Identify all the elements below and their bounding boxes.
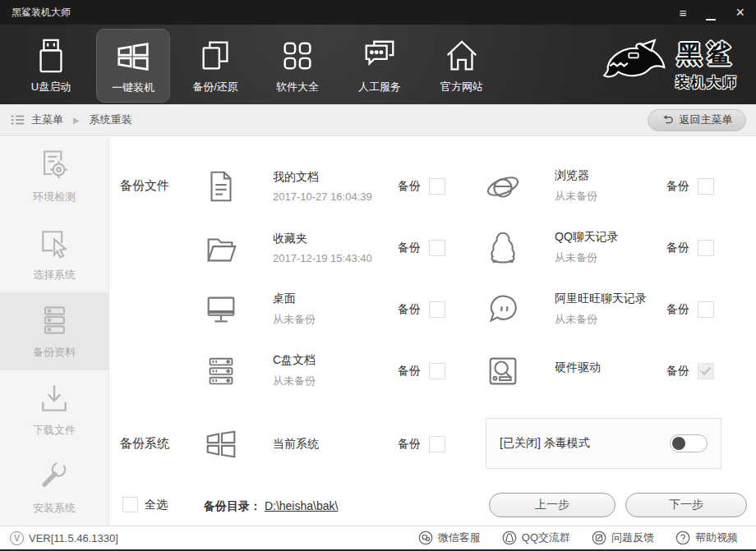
step-sidebar: 环境检测 选择系统 备份资料 下载文件 bbox=[0, 137, 109, 526]
select-system-icon bbox=[36, 225, 72, 261]
footer-link-feedback[interactable]: 问题反馈 bbox=[592, 530, 654, 545]
shark-logo-icon bbox=[598, 38, 669, 92]
backup-checkbox-aliwangwang-chat[interactable] bbox=[698, 301, 714, 318]
backup-checkbox-current-system[interactable] bbox=[429, 436, 445, 452]
nav-label: 备份/还原 bbox=[192, 80, 238, 94]
item-last-backup-time: 2017-12-19 15:43:40 bbox=[273, 252, 398, 264]
backup-checkbox-favorites[interactable] bbox=[429, 240, 445, 256]
bottom-controls: 全选 备份目录： D:\heisha\bak\ 上一步 下一步 bbox=[110, 490, 756, 523]
close-icon[interactable]: × bbox=[735, 5, 744, 20]
backup-label: 备份 bbox=[666, 179, 689, 194]
nav-item-usb-boot[interactable]: U盘启动 bbox=[10, 25, 92, 94]
sidebar-item-select-system[interactable]: 选择系统 bbox=[0, 215, 108, 293]
backup-item-qq-chat: QQ聊天记录 从未备份 备份 bbox=[484, 217, 714, 278]
ie-browser-icon bbox=[484, 168, 522, 205]
windows-system-icon bbox=[202, 425, 240, 463]
customer-service-icon bbox=[361, 37, 399, 75]
item-last-backup-time: 2017-10-27 16:04:39 bbox=[273, 191, 398, 203]
app-window: 黑鲨装机大师 ≡ × U盘启动 一键装机 bbox=[0, 0, 756, 551]
backup-item-my-documents: 备份文件 我的文档 2017-10-27 16:04:39 备份 bbox=[120, 155, 445, 217]
breadcrumb: 主菜单 ▶ 系统重装 bbox=[10, 112, 132, 127]
one-key-install-icon bbox=[114, 38, 152, 76]
backup-checkbox-browser[interactable] bbox=[698, 178, 714, 195]
version-info: V VER[11.5.46.1330] bbox=[10, 531, 118, 545]
version-text: VER[11.5.46.1330] bbox=[29, 532, 118, 544]
item-title: C盘文档 bbox=[273, 353, 398, 368]
nav-item-software-collection[interactable]: 软件大全 bbox=[256, 25, 339, 94]
backup-files-column: 备份文件 我的文档 2017-10-27 16:04:39 备份 bbox=[120, 155, 445, 402]
item-title: 桌面 bbox=[273, 292, 398, 306]
backup-checkbox-c-drive-docs[interactable] bbox=[429, 363, 445, 379]
breadcrumb-root[interactable]: 主菜单 bbox=[31, 112, 63, 127]
backup-label: 备份 bbox=[666, 364, 689, 379]
footer-links: 微信客服 QQ交流群 问题反馈 bbox=[418, 530, 746, 545]
nav-item-backup-restore[interactable]: 备份/还原 bbox=[174, 25, 256, 94]
backup-label: 备份 bbox=[666, 241, 689, 255]
next-step-button[interactable]: 下一步 bbox=[625, 493, 747, 517]
backup-label: 备份 bbox=[398, 364, 421, 379]
version-icon: V bbox=[10, 531, 24, 545]
item-last-backup-time: 从未备份 bbox=[555, 189, 666, 204]
item-title: 收藏夹 bbox=[273, 232, 398, 246]
footer-link-label: 微信客服 bbox=[438, 530, 481, 545]
help-video-icon bbox=[675, 530, 690, 545]
nav-item-official-website[interactable]: 官方网站 bbox=[421, 25, 503, 94]
return-main-menu-button[interactable]: 返回主菜单 bbox=[648, 109, 746, 131]
item-title: 阿里旺旺聊天记录 bbox=[555, 292, 666, 306]
backup-files-column-right: 浏览器 从未备份 备份 QQ聊天记录 从未备份 备份 bbox=[484, 155, 714, 402]
breadcrumb-bar: 主菜单 ▶ 系统重装 返回主菜单 bbox=[0, 104, 756, 136]
nav-item-one-key-install[interactable]: 一键装机 bbox=[96, 29, 170, 103]
sidebar-item-install-system[interactable]: 安装系统 bbox=[0, 448, 108, 526]
item-last-backup-time: 从未备份 bbox=[555, 250, 666, 265]
nav-item-customer-service[interactable]: 人工服务 bbox=[339, 25, 421, 94]
c-drive-icon bbox=[202, 352, 240, 390]
window-controls: ≡ × bbox=[680, 5, 744, 20]
sidebar-item-download-files[interactable]: 下载文件 bbox=[0, 370, 108, 448]
minimize-icon[interactable] bbox=[706, 7, 716, 19]
footer-link-label: 帮助视频 bbox=[695, 530, 738, 545]
folder-icon bbox=[202, 229, 240, 267]
backup-label: 备份 bbox=[398, 179, 421, 194]
return-arrow-icon bbox=[662, 114, 674, 126]
sidebar-label: 选择系统 bbox=[33, 268, 76, 282]
backup-item-browser: 浏览器 从未备份 备份 bbox=[484, 155, 714, 217]
qq-penguin-icon bbox=[484, 229, 522, 267]
qq-group-icon bbox=[502, 530, 517, 545]
footer-link-wechat-support[interactable]: 微信客服 bbox=[418, 530, 481, 545]
antivirus-mode-label: [已关闭] 杀毒模式 bbox=[500, 436, 590, 451]
backup-checkbox-my-documents[interactable] bbox=[429, 178, 445, 195]
brand-logo: 黑鲨 装机大师 bbox=[598, 25, 756, 92]
footer-bar: V VER[11.5.46.1330] 微信客服 QQ交流群 bbox=[0, 526, 756, 549]
footer-link-qq-group[interactable]: QQ交流群 bbox=[502, 530, 570, 545]
item-last-backup-time: 从未备份 bbox=[555, 312, 666, 327]
breadcrumb-current: 系统重装 bbox=[90, 112, 132, 127]
sidebar-item-environment-check[interactable]: 环境检测 bbox=[0, 137, 108, 215]
antivirus-mode-toggle[interactable] bbox=[670, 434, 708, 452]
item-title: 浏览器 bbox=[555, 168, 666, 183]
download-files-icon bbox=[36, 380, 72, 416]
backup-panel: 备份文件 我的文档 2017-10-27 16:04:39 备份 bbox=[110, 137, 756, 526]
item-last-backup-time: 从未备份 bbox=[273, 374, 398, 388]
install-system-icon bbox=[36, 458, 72, 494]
backup-directory-link[interactable]: D:\heisha\bak\ bbox=[265, 499, 339, 512]
backup-checkbox-hardware-driver bbox=[698, 363, 714, 379]
return-main-menu-label: 返回主菜单 bbox=[680, 112, 733, 127]
main-nav: U盘启动 一键装机 备份/还原 软件大全 bbox=[0, 25, 756, 104]
backup-directory-label: 备份目录： bbox=[204, 499, 261, 512]
menu-icon[interactable]: ≡ bbox=[680, 7, 687, 19]
backup-checkbox-desktop[interactable] bbox=[429, 301, 445, 318]
backup-item-desktop: 桌面 从未备份 备份 bbox=[120, 278, 445, 340]
software-collection-icon bbox=[279, 37, 316, 75]
brand-subtitle: 装机大师 bbox=[675, 73, 738, 92]
nav-label: 一键装机 bbox=[112, 80, 154, 95]
sidebar-label: 安装系统 bbox=[33, 501, 76, 516]
select-all-checkbox[interactable] bbox=[122, 497, 138, 512]
previous-step-button[interactable]: 上一步 bbox=[489, 493, 615, 517]
footer-link-label: 问题反馈 bbox=[611, 530, 654, 545]
backup-restore-icon bbox=[196, 37, 234, 75]
list-menu-icon bbox=[10, 112, 25, 127]
backup-checkbox-qq-chat[interactable] bbox=[698, 240, 714, 256]
sidebar-item-backup-data[interactable]: 备份资料 bbox=[0, 292, 108, 370]
section-files-label: 备份文件 bbox=[120, 178, 202, 194]
footer-link-help-video[interactable]: 帮助视频 bbox=[675, 530, 738, 545]
